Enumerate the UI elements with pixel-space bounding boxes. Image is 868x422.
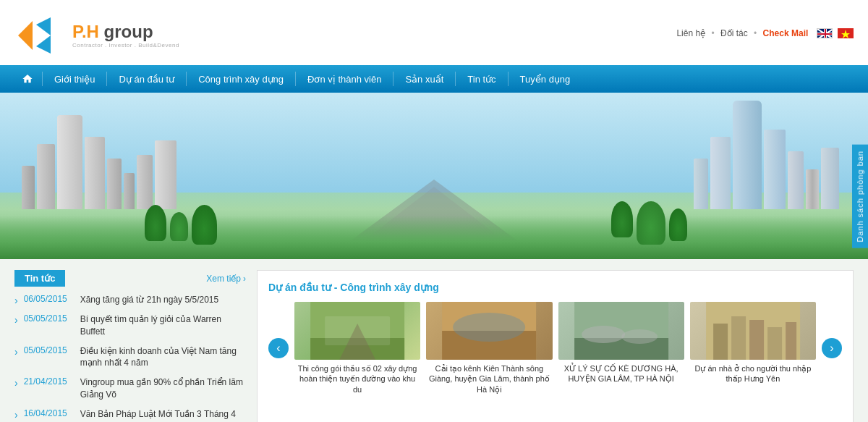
nav-san-xuat[interactable]: Sản xuất: [395, 65, 454, 93]
news-date-0: 06/05/2015: [24, 294, 75, 304]
nav-divider-4: [393, 72, 393, 86]
nav-divider-5: [455, 72, 456, 86]
news-bullet-2: ›: [14, 346, 18, 358]
project-panel: Dự án đầu tư - Công trình xây dựng ‹: [257, 270, 854, 422]
project-item-3: Dự án nhà ở cho người thu nhập thấp Hưng…: [690, 302, 816, 394]
svg-rect-22: [574, 338, 668, 360]
news-text-3[interactable]: Vingroup mua gần 90% cổ phần Triển lãm G…: [80, 376, 246, 401]
nav-bar: Giới thiệu Dự án đầu tư Công trình xây d…: [0, 65, 868, 93]
logo-icon: [14, 10, 65, 61]
project-section-title: Dự án đầu tư - Công trình xây dựng: [268, 282, 842, 293]
side-tab[interactable]: Danh sách phòng ban: [852, 145, 868, 248]
news-date-1: 05/05/2015: [24, 313, 75, 324]
nav-divider-0: [42, 72, 43, 86]
hero-grass: [0, 216, 868, 259]
project-image-0: [294, 302, 420, 360]
news-title-badge: Tin tức: [14, 270, 65, 287]
nav-gioi-thieu[interactable]: Giới thiệu: [44, 65, 105, 93]
top-links: Liên hệ • Đối tác • Check Mail: [676, 28, 854, 39]
separator1: •: [711, 28, 717, 38]
news-date-4: 16/04/2015: [24, 408, 75, 418]
news-text-0[interactable]: Xăng tăng giá từ 21h ngày 5/5/2015: [80, 294, 219, 306]
news-bullet-1: ›: [14, 314, 18, 326]
news-more-link[interactable]: Xem tiếp ›: [206, 274, 246, 284]
content-area: Tin tức Xem tiếp › › 06/05/2015 Xăng tăn…: [0, 259, 868, 422]
nav-divider-1: [106, 72, 107, 86]
news-bullet-0: ›: [14, 295, 18, 306]
project-image-1: [426, 302, 552, 360]
news-item-0: › 06/05/2015 Xăng tăng giá từ 21h ngày 5…: [14, 294, 246, 306]
svg-point-23: [582, 326, 625, 343]
flag-vn-icon: [838, 28, 854, 38]
project-item-2: XỬ LÝ SỰ CỐ KÈ DƯƠNG HÀ, HUYỆN GIA LÂM, …: [558, 302, 684, 394]
nav-divider-2: [186, 72, 187, 86]
project-carousel: ‹ Thi công gói thầu số 02 xây dựng: [268, 302, 842, 394]
news-text-1[interactable]: Bí quyết tìm quản lý giỏi của Warren Buf…: [80, 313, 246, 338]
nav-tin-tuc[interactable]: Tin tức: [457, 65, 506, 93]
news-bullet-3: ›: [14, 377, 18, 389]
news-item-2: › 05/05/2015 Điều kiện kinh doanh của Vi…: [14, 345, 246, 370]
check-mail-link[interactable]: Check Mail: [763, 28, 809, 38]
project-image-3: [690, 302, 816, 360]
logo-ph: P.H: [72, 22, 99, 41]
logo-sub: Contractor . Investor . Build&Devend: [72, 42, 179, 48]
news-item-3: › 21/04/2015 Vingroup mua gần 90% cổ phầ…: [14, 376, 246, 401]
news-bullet-4: ›: [14, 409, 18, 421]
project-item-0: Thi công gói thầu số 02 xây dựng hoàn th…: [294, 302, 420, 394]
nav-tuyen-dung[interactable]: Tuyển dụng: [510, 65, 581, 93]
buildings-right: [694, 101, 839, 209]
nav-home[interactable]: [14, 65, 41, 93]
project-images: Thi công gói thầu số 02 xây dựng hoàn th…: [294, 302, 816, 394]
news-item-1: › 05/05/2015 Bí quyết tìm quản lý giỏi c…: [14, 313, 246, 338]
project-image-2: [558, 302, 684, 360]
svg-rect-26: [713, 324, 728, 360]
separator2: •: [754, 28, 760, 38]
svg-rect-30: [786, 322, 796, 360]
news-header: Tin tức Xem tiếp ›: [14, 270, 246, 287]
project-caption-1: Cải tạo kênh Kiên Thành sông Giàng, huyệ…: [426, 363, 552, 394]
news-date-3: 21/04/2015: [24, 376, 75, 387]
carousel-next-button[interactable]: ›: [822, 338, 842, 358]
lien-he-link[interactable]: Liên hệ: [676, 28, 705, 38]
project-caption-3: Dự án nhà ở cho người thu nhập thấp Hưng…: [690, 363, 816, 384]
hero-trees-left: [145, 205, 217, 245]
news-item-4: › 16/04/2015 Văn Bản Pháp Luật Mới Tuần …: [14, 408, 246, 422]
logo-text-block: P.H group Contractor . Investor . Build&…: [72, 22, 179, 48]
nav-divider-6: [508, 72, 509, 86]
hero-trees-right: [611, 201, 687, 245]
news-text-2[interactable]: Điều kiện kinh doanh của Việt Nam tăng m…: [80, 345, 246, 370]
logo-area: P.H group Contractor . Investor . Build&…: [14, 10, 179, 61]
top-right: Liên hệ • Đối tác • Check Mail: [676, 28, 854, 43]
svg-point-24: [621, 329, 658, 344]
news-panel: Tin tức Xem tiếp › › 06/05/2015 Xăng tăn…: [14, 270, 246, 422]
news-date-2: 05/05/2015: [24, 345, 75, 355]
home-icon: [22, 73, 33, 85]
project-item-1: Cải tạo kênh Kiên Thành sông Giàng, huyệ…: [426, 302, 552, 394]
logo-group: group: [104, 22, 153, 41]
hero-banner: [0, 93, 868, 259]
svg-rect-29: [767, 327, 782, 360]
nav-don-vi[interactable]: Đơn vị thành viên: [297, 65, 391, 93]
svg-point-20: [453, 313, 525, 342]
carousel-prev-button[interactable]: ‹: [268, 338, 289, 358]
nav-cong-trinh[interactable]: Công trình xây dựng: [188, 65, 294, 93]
svg-marker-2: [36, 35, 51, 54]
svg-marker-1: [36, 17, 51, 35]
svg-marker-0: [18, 21, 33, 50]
project-caption-0: Thi công gói thầu số 02 xây dựng hoàn th…: [294, 363, 420, 394]
top-bar: P.H group Contractor . Investor . Build&…: [0, 0, 868, 65]
nav-divider-3: [295, 72, 296, 86]
news-text-4[interactable]: Văn Bản Pháp Luật Mới Tuần 3 Tháng 4 Năm…: [80, 408, 246, 422]
buildings-left: [22, 115, 176, 209]
doi-tac-link[interactable]: Đối tác: [720, 28, 748, 38]
project-caption-2: XỬ LÝ SỰ CỐ KÈ DƯƠNG HÀ, HUYỆN GIA LÂM, …: [558, 363, 684, 384]
flag-uk-icon: [817, 28, 835, 38]
svg-rect-27: [731, 316, 746, 360]
svg-rect-9: [817, 33, 833, 35]
svg-rect-28: [749, 320, 764, 360]
news-more-label: Xem tiếp: [206, 274, 241, 284]
news-more-arrow: ›: [243, 274, 246, 284]
nav-du-an[interactable]: Dự án đầu tư: [109, 65, 184, 93]
